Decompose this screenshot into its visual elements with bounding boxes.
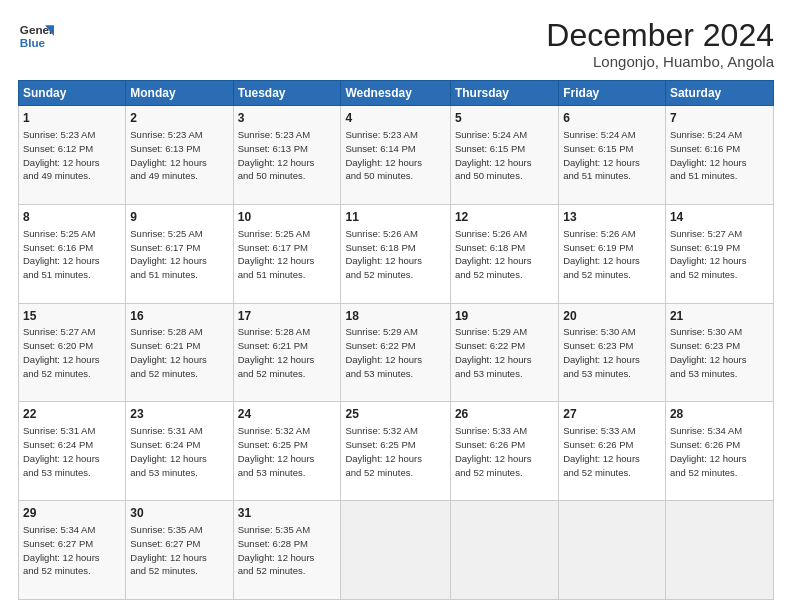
calendar-cell: 4Sunrise: 5:23 AM Sunset: 6:14 PM Daylig… — [341, 106, 450, 205]
day-number: 10 — [238, 209, 337, 226]
header: General Blue December 2024 Longonjo, Hua… — [18, 18, 774, 70]
calendar-cell: 6Sunrise: 5:24 AM Sunset: 6:15 PM Daylig… — [559, 106, 666, 205]
calendar-cell: 29Sunrise: 5:34 AM Sunset: 6:27 PM Dayli… — [19, 501, 126, 600]
day-number: 31 — [238, 505, 337, 522]
calendar-cell: 23Sunrise: 5:31 AM Sunset: 6:24 PM Dayli… — [126, 402, 233, 501]
week-row-2: 8Sunrise: 5:25 AM Sunset: 6:16 PM Daylig… — [19, 204, 774, 303]
calendar-cell: 9Sunrise: 5:25 AM Sunset: 6:17 PM Daylig… — [126, 204, 233, 303]
svg-text:Blue: Blue — [20, 36, 46, 49]
day-detail: Sunrise: 5:32 AM Sunset: 6:25 PM Dayligh… — [345, 424, 445, 479]
day-detail: Sunrise: 5:27 AM Sunset: 6:20 PM Dayligh… — [23, 325, 121, 380]
day-detail: Sunrise: 5:24 AM Sunset: 6:15 PM Dayligh… — [563, 128, 661, 183]
week-row-3: 15Sunrise: 5:27 AM Sunset: 6:20 PM Dayli… — [19, 303, 774, 402]
day-detail: Sunrise: 5:31 AM Sunset: 6:24 PM Dayligh… — [130, 424, 228, 479]
day-number: 27 — [563, 406, 661, 423]
day-number: 23 — [130, 406, 228, 423]
day-detail: Sunrise: 5:25 AM Sunset: 6:17 PM Dayligh… — [238, 227, 337, 282]
day-number: 2 — [130, 110, 228, 127]
calendar-cell: 15Sunrise: 5:27 AM Sunset: 6:20 PM Dayli… — [19, 303, 126, 402]
day-detail: Sunrise: 5:33 AM Sunset: 6:26 PM Dayligh… — [455, 424, 554, 479]
calendar-cell: 28Sunrise: 5:34 AM Sunset: 6:26 PM Dayli… — [665, 402, 773, 501]
calendar-cell: 22Sunrise: 5:31 AM Sunset: 6:24 PM Dayli… — [19, 402, 126, 501]
calendar-cell: 18Sunrise: 5:29 AM Sunset: 6:22 PM Dayli… — [341, 303, 450, 402]
calendar-cell: 10Sunrise: 5:25 AM Sunset: 6:17 PM Dayli… — [233, 204, 341, 303]
day-detail: Sunrise: 5:24 AM Sunset: 6:16 PM Dayligh… — [670, 128, 769, 183]
day-number: 12 — [455, 209, 554, 226]
calendar-cell: 5Sunrise: 5:24 AM Sunset: 6:15 PM Daylig… — [450, 106, 558, 205]
day-detail: Sunrise: 5:26 AM Sunset: 6:19 PM Dayligh… — [563, 227, 661, 282]
day-number: 4 — [345, 110, 445, 127]
weekday-header-sunday: Sunday — [19, 81, 126, 106]
day-detail: Sunrise: 5:26 AM Sunset: 6:18 PM Dayligh… — [345, 227, 445, 282]
calendar-cell: 30Sunrise: 5:35 AM Sunset: 6:27 PM Dayli… — [126, 501, 233, 600]
calendar-cell: 21Sunrise: 5:30 AM Sunset: 6:23 PM Dayli… — [665, 303, 773, 402]
day-number: 7 — [670, 110, 769, 127]
day-detail: Sunrise: 5:29 AM Sunset: 6:22 PM Dayligh… — [345, 325, 445, 380]
calendar-cell: 11Sunrise: 5:26 AM Sunset: 6:18 PM Dayli… — [341, 204, 450, 303]
day-detail: Sunrise: 5:25 AM Sunset: 6:17 PM Dayligh… — [130, 227, 228, 282]
weekday-header-thursday: Thursday — [450, 81, 558, 106]
day-number: 30 — [130, 505, 228, 522]
day-detail: Sunrise: 5:31 AM Sunset: 6:24 PM Dayligh… — [23, 424, 121, 479]
day-detail: Sunrise: 5:23 AM Sunset: 6:12 PM Dayligh… — [23, 128, 121, 183]
day-number: 19 — [455, 308, 554, 325]
calendar-cell — [559, 501, 666, 600]
calendar-cell: 14Sunrise: 5:27 AM Sunset: 6:19 PM Dayli… — [665, 204, 773, 303]
day-detail: Sunrise: 5:33 AM Sunset: 6:26 PM Dayligh… — [563, 424, 661, 479]
calendar-cell: 27Sunrise: 5:33 AM Sunset: 6:26 PM Dayli… — [559, 402, 666, 501]
calendar-cell: 16Sunrise: 5:28 AM Sunset: 6:21 PM Dayli… — [126, 303, 233, 402]
page: General Blue December 2024 Longonjo, Hua… — [0, 0, 792, 612]
day-number: 1 — [23, 110, 121, 127]
week-row-4: 22Sunrise: 5:31 AM Sunset: 6:24 PM Dayli… — [19, 402, 774, 501]
day-number: 26 — [455, 406, 554, 423]
day-number: 8 — [23, 209, 121, 226]
calendar-cell: 1Sunrise: 5:23 AM Sunset: 6:12 PM Daylig… — [19, 106, 126, 205]
calendar-cell — [450, 501, 558, 600]
logo: General Blue — [18, 18, 54, 54]
calendar-cell: 20Sunrise: 5:30 AM Sunset: 6:23 PM Dayli… — [559, 303, 666, 402]
day-detail: Sunrise: 5:34 AM Sunset: 6:26 PM Dayligh… — [670, 424, 769, 479]
day-detail: Sunrise: 5:28 AM Sunset: 6:21 PM Dayligh… — [130, 325, 228, 380]
calendar-cell: 12Sunrise: 5:26 AM Sunset: 6:18 PM Dayli… — [450, 204, 558, 303]
day-number: 6 — [563, 110, 661, 127]
day-detail: Sunrise: 5:29 AM Sunset: 6:22 PM Dayligh… — [455, 325, 554, 380]
calendar-cell: 8Sunrise: 5:25 AM Sunset: 6:16 PM Daylig… — [19, 204, 126, 303]
day-detail: Sunrise: 5:23 AM Sunset: 6:13 PM Dayligh… — [238, 128, 337, 183]
weekday-header-tuesday: Tuesday — [233, 81, 341, 106]
calendar-cell: 13Sunrise: 5:26 AM Sunset: 6:19 PM Dayli… — [559, 204, 666, 303]
day-detail: Sunrise: 5:35 AM Sunset: 6:27 PM Dayligh… — [130, 523, 228, 578]
calendar-cell: 3Sunrise: 5:23 AM Sunset: 6:13 PM Daylig… — [233, 106, 341, 205]
day-number: 28 — [670, 406, 769, 423]
day-number: 20 — [563, 308, 661, 325]
day-detail: Sunrise: 5:25 AM Sunset: 6:16 PM Dayligh… — [23, 227, 121, 282]
day-number: 5 — [455, 110, 554, 127]
calendar-cell — [665, 501, 773, 600]
calendar-cell: 26Sunrise: 5:33 AM Sunset: 6:26 PM Dayli… — [450, 402, 558, 501]
day-number: 13 — [563, 209, 661, 226]
day-number: 3 — [238, 110, 337, 127]
day-detail: Sunrise: 5:23 AM Sunset: 6:13 PM Dayligh… — [130, 128, 228, 183]
day-number: 17 — [238, 308, 337, 325]
logo-icon: General Blue — [18, 18, 54, 54]
subtitle: Longonjo, Huambo, Angola — [546, 53, 774, 70]
title-block: December 2024 Longonjo, Huambo, Angola — [546, 18, 774, 70]
calendar-cell — [341, 501, 450, 600]
day-detail: Sunrise: 5:32 AM Sunset: 6:25 PM Dayligh… — [238, 424, 337, 479]
calendar-cell: 25Sunrise: 5:32 AM Sunset: 6:25 PM Dayli… — [341, 402, 450, 501]
day-number: 18 — [345, 308, 445, 325]
calendar-cell: 24Sunrise: 5:32 AM Sunset: 6:25 PM Dayli… — [233, 402, 341, 501]
week-row-5: 29Sunrise: 5:34 AM Sunset: 6:27 PM Dayli… — [19, 501, 774, 600]
day-detail: Sunrise: 5:30 AM Sunset: 6:23 PM Dayligh… — [670, 325, 769, 380]
day-number: 9 — [130, 209, 228, 226]
calendar-cell: 2Sunrise: 5:23 AM Sunset: 6:13 PM Daylig… — [126, 106, 233, 205]
day-detail: Sunrise: 5:27 AM Sunset: 6:19 PM Dayligh… — [670, 227, 769, 282]
day-detail: Sunrise: 5:30 AM Sunset: 6:23 PM Dayligh… — [563, 325, 661, 380]
day-number: 21 — [670, 308, 769, 325]
day-number: 14 — [670, 209, 769, 226]
day-detail: Sunrise: 5:23 AM Sunset: 6:14 PM Dayligh… — [345, 128, 445, 183]
day-number: 11 — [345, 209, 445, 226]
day-number: 24 — [238, 406, 337, 423]
day-detail: Sunrise: 5:26 AM Sunset: 6:18 PM Dayligh… — [455, 227, 554, 282]
day-number: 15 — [23, 308, 121, 325]
week-row-1: 1Sunrise: 5:23 AM Sunset: 6:12 PM Daylig… — [19, 106, 774, 205]
